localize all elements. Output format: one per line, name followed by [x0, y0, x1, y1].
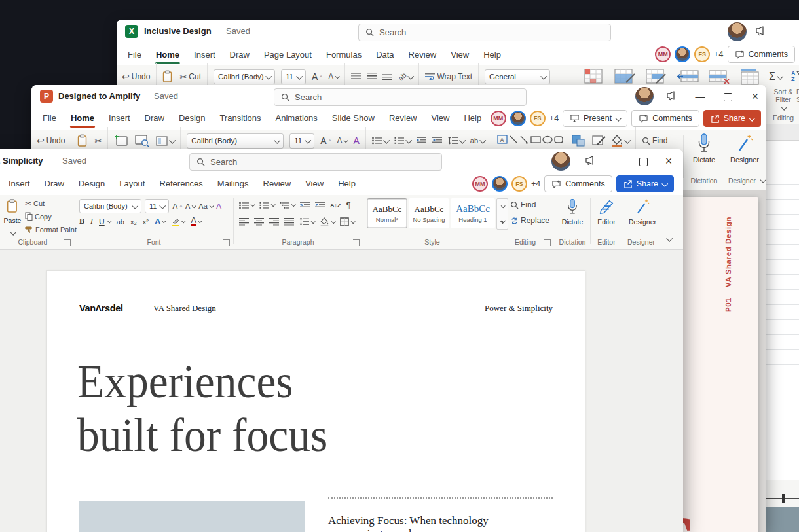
- text-direction-button[interactable]: ab: [470, 137, 485, 145]
- line-spacing-button[interactable]: [448, 137, 464, 145]
- find-button[interactable]: Find: [510, 200, 536, 209]
- collab-avatar-fs[interactable]: FS: [694, 46, 710, 62]
- tab-help[interactable]: Help: [456, 107, 489, 129]
- collab-avatar-photo[interactable]: [510, 111, 526, 126]
- tab-draw[interactable]: Draw: [223, 44, 257, 65]
- tab-review[interactable]: Review: [401, 44, 444, 65]
- minimize-icon[interactable]: —: [696, 90, 705, 101]
- copy-button[interactable]: Copy: [25, 212, 52, 221]
- cut-button[interactable]: ✂Cut: [179, 72, 201, 82]
- align-left-icon[interactable]: [239, 218, 249, 226]
- find-button[interactable]: Find: [642, 136, 667, 145]
- increase-indent-icon[interactable]: [315, 202, 325, 209]
- format-cells-icon[interactable]: [740, 68, 760, 85]
- font-size-select[interactable]: 11: [145, 199, 169, 213]
- ppt-user-avatar[interactable]: [635, 87, 654, 105]
- shrink-font-button[interactable]: A: [337, 136, 347, 145]
- tab-view[interactable]: View: [424, 107, 457, 129]
- delete-cells-icon[interactable]: [709, 68, 731, 85]
- tab-draw[interactable]: Draw: [37, 173, 71, 194]
- megaphone-icon[interactable]: [665, 91, 678, 101]
- shape-fill-button[interactable]: [612, 135, 629, 147]
- collab-avatar-fs[interactable]: FS: [530, 111, 546, 126]
- tab-review[interactable]: Review: [256, 173, 299, 194]
- align-right-icon[interactable]: [269, 218, 279, 226]
- collab-overflow-count[interactable]: +4: [714, 50, 723, 59]
- paste-button[interactable]: Paste: [3, 198, 22, 238]
- find-select-label[interactable]: Find &Select: [796, 88, 799, 103]
- excel-sheet-grid[interactable]: [766, 124, 799, 532]
- clipboard-dialog-launcher[interactable]: [64, 239, 71, 246]
- grow-font-button[interactable]: A^: [320, 135, 331, 146]
- excel-app-icon[interactable]: X: [125, 25, 138, 38]
- tab-insert[interactable]: Insert: [102, 107, 138, 129]
- align-bottom-icon[interactable]: [382, 73, 392, 80]
- designer-button[interactable]: Designer: [625, 198, 660, 227]
- tab-references[interactable]: References: [152, 173, 210, 194]
- dictate-button[interactable]: Dictate: [688, 133, 720, 165]
- new-slide-icon[interactable]: [114, 134, 128, 147]
- insert-cells-icon[interactable]: [677, 68, 699, 85]
- clear-formatting-button[interactable]: A: [353, 135, 359, 146]
- subscript-button[interactable]: x₂: [130, 218, 137, 226]
- tab-file[interactable]: File: [35, 107, 64, 129]
- collab-overflow-count[interactable]: +4: [549, 114, 559, 123]
- undo-button[interactable]: ↩Undo: [122, 71, 150, 82]
- superscript-button[interactable]: x²: [143, 218, 149, 226]
- font-color-button[interactable]: A: [191, 217, 201, 226]
- shrink-font-button[interactable]: A: [185, 202, 195, 210]
- tab-mailings[interactable]: Mailings: [210, 173, 256, 194]
- maximize-icon[interactable]: [724, 93, 732, 101]
- justify-icon[interactable]: [284, 218, 294, 226]
- ribbon-collapse-chevron[interactable]: [666, 236, 673, 242]
- bullets-button[interactable]: [372, 137, 388, 145]
- minimize-icon[interactable]: —: [781, 26, 790, 37]
- tab-animations[interactable]: Animations: [269, 107, 325, 129]
- comments-button[interactable]: Comments: [544, 175, 612, 192]
- minimize-icon[interactable]: —: [613, 155, 622, 166]
- tab-design[interactable]: Design: [172, 107, 212, 129]
- orientation-button[interactable]: ab: [398, 73, 413, 80]
- tab-home[interactable]: Home: [149, 44, 187, 65]
- tab-view[interactable]: View: [298, 173, 331, 194]
- shading-button[interactable]: [320, 217, 335, 226]
- doc-image-placeholder[interactable]: [79, 501, 305, 532]
- style-heading1[interactable]: AaBbCcHeading 1: [451, 198, 495, 228]
- dictate-button[interactable]: Dictate: [557, 198, 588, 227]
- sort-button[interactable]: A↓Z: [330, 202, 341, 209]
- tab-design[interactable]: Design: [71, 173, 112, 194]
- maximize-icon[interactable]: [639, 158, 648, 166]
- tab-insert[interactable]: Insert: [1, 173, 37, 194]
- tab-data[interactable]: Data: [369, 44, 401, 65]
- comments-button[interactable]: Comments: [631, 110, 699, 127]
- paste-icon[interactable]: [77, 134, 88, 147]
- sort-filter-label[interactable]: Sort &Filter: [769, 88, 798, 111]
- tab-transitions[interactable]: Transitions: [212, 107, 268, 129]
- megaphone-icon[interactable]: [754, 26, 768, 37]
- word-search-input[interactable]: Search: [189, 153, 442, 171]
- decrease-indent-icon[interactable]: [417, 137, 426, 145]
- collab-avatar-photo[interactable]: [675, 46, 690, 62]
- collab-avatar-mm[interactable]: MM: [655, 46, 671, 62]
- arrange-icon[interactable]: [571, 134, 585, 147]
- editing-dialog-launcher[interactable]: [544, 239, 551, 246]
- tab-draw[interactable]: Draw: [138, 107, 172, 129]
- reuse-slides-icon[interactable]: [134, 134, 150, 147]
- grow-font-button[interactable]: A^: [312, 71, 322, 82]
- collab-overflow-count[interactable]: +4: [531, 179, 540, 188]
- comments-button[interactable]: Comments: [728, 46, 795, 63]
- tab-layout[interactable]: Layout: [112, 173, 152, 194]
- decrease-indent-icon[interactable]: [300, 202, 310, 209]
- align-middle-icon[interactable]: [367, 73, 377, 80]
- cell-styles-icon[interactable]: [646, 68, 668, 85]
- format-painter-button[interactable]: Format Paint: [25, 225, 77, 234]
- borders-button[interactable]: [340, 217, 354, 226]
- share-button[interactable]: Share: [703, 110, 761, 127]
- font-name-select[interactable]: Calibri (Body): [79, 199, 141, 213]
- tab-file[interactable]: File: [121, 44, 149, 65]
- ppt-search-input[interactable]: Search: [274, 88, 527, 106]
- cut-icon[interactable]: ✂: [94, 136, 102, 146]
- excel-user-avatar[interactable]: [728, 22, 747, 41]
- editor-button[interactable]: Editor: [592, 198, 621, 227]
- change-case-button[interactable]: Aa: [198, 202, 212, 210]
